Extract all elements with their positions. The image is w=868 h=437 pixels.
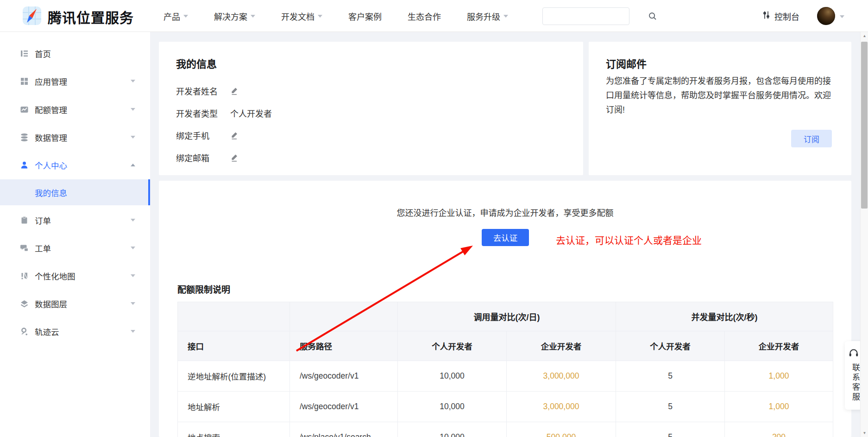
profile-row-type: 开发者类型 个人开发者 [176, 107, 272, 119]
sidebar-item-label: 个人中心 [35, 159, 131, 171]
chevron-down-icon [131, 302, 135, 305]
chevron-up-icon [131, 164, 135, 166]
avatar-chevron-down-icon[interactable] [840, 15, 844, 18]
home-list-icon [19, 49, 29, 58]
brand[interactable]: 腾讯位置服务 [22, 6, 134, 27]
column-header-personal: 个人开发者 [398, 331, 507, 361]
search-icon[interactable] [648, 12, 657, 21]
edit-pencil-icon[interactable] [230, 87, 238, 95]
contact-support-label: 联系客服 [849, 363, 861, 402]
sidebar-item-my-info[interactable]: 我的信息 [0, 179, 150, 205]
sidebar-item-label: 订单 [35, 215, 131, 226]
chevron-down-icon [131, 108, 135, 111]
subscribe-button[interactable]: 订阅 [791, 130, 832, 147]
chevron-down-icon [131, 219, 135, 222]
sidebar-item-label: 应用管理 [35, 76, 131, 87]
edit-pencil-icon[interactable] [230, 132, 238, 139]
table-cell: 10,000 [398, 392, 507, 422]
sidebar-item-custom-map[interactable]: 个性化地图 [0, 262, 150, 289]
active-indicator-bar [148, 179, 150, 205]
table-cell: 1,000 [725, 361, 833, 392]
location-pin-icon [19, 327, 29, 336]
sidebar: 首页 应用管理 配额管理 数据管理 [0, 32, 150, 437]
nav-item-label: 生态合作 [408, 10, 441, 22]
nav-item-upgrade[interactable]: 服务升级 [467, 10, 508, 22]
search-box [542, 7, 629, 25]
chevron-down-icon [251, 15, 255, 18]
chevron-down-icon [183, 15, 188, 18]
chevron-down-icon [131, 330, 135, 333]
subscribe-card-title: 订阅邮件 [606, 56, 647, 70]
vertical-scrollbar[interactable]: ▲ ▼ [860, 32, 868, 437]
avatar[interactable] [817, 7, 835, 25]
field-label: 开发者姓名 [176, 85, 230, 97]
console-link[interactable]: 控制台 [762, 0, 799, 32]
sidebar-item-home[interactable]: 首页 [0, 40, 150, 67]
edit-pencil-icon[interactable] [230, 154, 238, 162]
sidebar-item-label: 个性化地图 [35, 270, 131, 282]
sidebar-item-orders[interactable]: 订单 [0, 207, 150, 234]
sidebar-item-personal-center[interactable]: 个人中心 [0, 152, 150, 178]
nav-item-label: 开发文档 [281, 10, 314, 22]
table-cell: /ws/geocoder/v1 [290, 392, 398, 422]
nav-item-products[interactable]: 产品 [164, 10, 188, 22]
scrollbar-thumb[interactable] [861, 42, 868, 209]
chevron-down-icon [131, 136, 135, 139]
nav-item-label: 产品 [164, 10, 180, 22]
chevron-down-icon [503, 15, 508, 18]
table-group-header-row: 调用量对比(次/日) 并发量对比(次/秒) [178, 302, 833, 331]
grid-icon [19, 76, 29, 86]
table-cell: 逆地址解析(位置描述) [178, 361, 290, 392]
headset-icon [848, 348, 859, 361]
scroll-up-arrow[interactable]: ▲ [861, 32, 868, 40]
user-icon [19, 160, 29, 170]
compass-logo-icon [22, 6, 42, 27]
group-header-concurrency: 并发量对比(次/秒) [616, 302, 833, 331]
field-value: 个人开发者 [230, 107, 272, 119]
empty-header-cell [178, 302, 290, 331]
nav-item-label: 服务升级 [467, 10, 500, 22]
nav-item-ecosystem[interactable]: 生态合作 [408, 10, 441, 22]
console-label: 控制台 [774, 10, 799, 22]
quota-table: 调用量对比(次/日) 并发量对比(次/秒) 接口 服务路径 个人开发者 企业开发… [177, 302, 833, 437]
column-header-personal: 个人开发者 [616, 331, 725, 361]
group-header-daily-calls: 调用量对比(次/日) [398, 302, 616, 331]
sidebar-item-tickets[interactable]: 工单 [0, 234, 150, 261]
sidebar-item-quota[interactable]: 配额管理 [0, 96, 150, 123]
chevron-down-icon [318, 15, 322, 18]
chat-bubbles-icon [19, 243, 29, 253]
clipboard-icon [19, 215, 29, 225]
sidebar-item-label: 配额管理 [35, 104, 131, 115]
table-row: 地点搜索/ws/place/v1/search10,000500,0005200 [178, 422, 833, 437]
table-cell: 1,000 [725, 392, 833, 422]
table-cell: 5 [616, 392, 725, 422]
nav-item-solutions[interactable]: 解决方案 [214, 10, 255, 22]
scroll-down-arrow[interactable]: ▼ [861, 429, 868, 437]
quota-table-body: 逆地址解析(位置描述)/ws/geocoder/v110,0003,000,00… [178, 361, 833, 437]
sidebar-item-data-layers[interactable]: 数据图层 [0, 290, 150, 317]
sidebar-item-data[interactable]: 数据管理 [0, 124, 150, 151]
sidebar-item-label: 轨迹云 [35, 326, 131, 337]
go-certify-button[interactable]: 去认证 [482, 229, 529, 246]
column-header-enterprise: 企业开发者 [507, 331, 616, 361]
sidebar-item-label: 数据图层 [35, 298, 131, 310]
field-label: 开发者类型 [176, 107, 230, 119]
certification-quota-card: 您还没进行企业认证，申请成为企业开发者，享受更多配额 去认证 去认证，可以认证个… [159, 181, 851, 437]
profile-row-name: 开发者姓名 [176, 85, 238, 97]
profile-card-title: 我的信息 [176, 56, 217, 70]
table-cell: 200 [725, 422, 833, 437]
nav-menu: 产品 解决方案 开发文档 客户案例 生态合作 服务升级 [164, 0, 508, 32]
search-input[interactable] [543, 8, 648, 25]
table-cell: 10,000 [398, 361, 507, 392]
nav-item-docs[interactable]: 开发文档 [281, 10, 322, 22]
table-cell: /ws/geocoder/v1 [290, 361, 398, 392]
table-cell: 3,000,000 [507, 361, 616, 392]
sidebar-item-apps[interactable]: 应用管理 [0, 68, 150, 95]
table-cell: 地址解析 [178, 392, 290, 422]
nav-item-cases[interactable]: 客户案例 [348, 10, 382, 22]
field-label: 绑定手机 [176, 129, 230, 141]
sidebar-subitem-label: 我的信息 [35, 187, 67, 198]
sidebar-item-track-cloud[interactable]: 轨迹云 [0, 318, 150, 345]
nav-item-label: 解决方案 [214, 10, 247, 22]
table-cell: /ws/place/v1/search [290, 422, 398, 437]
